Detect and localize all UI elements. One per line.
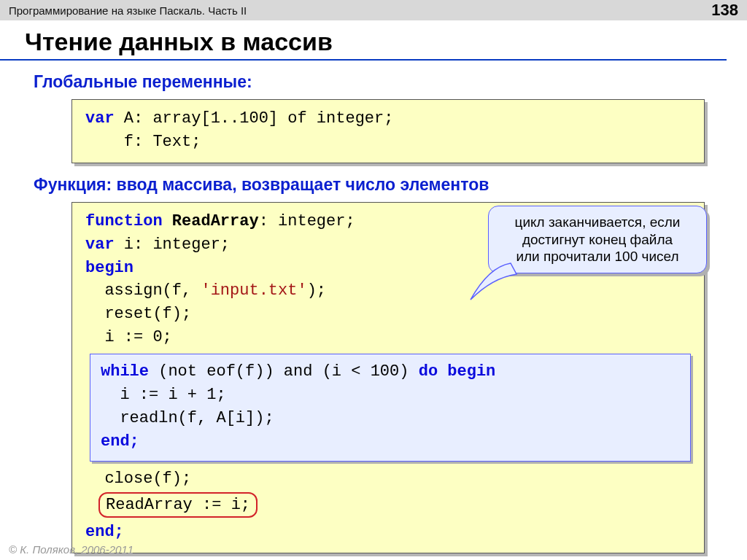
- course-title: Программирование на языке Паскаль. Часть…: [9, 4, 247, 17]
- callout-line: цикл заканчивается, если: [498, 214, 697, 231]
- callout-line: или прочитали 100 чисел: [498, 248, 697, 265]
- code-line: i := 0;: [85, 326, 691, 349]
- code-line: end;: [85, 521, 691, 544]
- copyright: © К. Поляков, 2006-2011: [9, 543, 133, 556]
- function-code-box: цикл заканчивается, если достигнут конец…: [71, 202, 705, 554]
- header-bar: Программирование на языке Паскаль. Часть…: [0, 0, 747, 20]
- subhead-globals: Глобальные переменные:: [34, 72, 727, 92]
- slide-title: Чтение данных в массив: [0, 20, 727, 61]
- code-line: var A: array[1..100] of integer;: [85, 107, 691, 131]
- subhead-function: Функция: ввод массива, возвращает число …: [34, 175, 727, 195]
- page-number: 138: [711, 1, 738, 20]
- code-line: i := i + 1;: [101, 384, 680, 407]
- callout-tail-icon: [467, 260, 518, 303]
- code-line: assign(f, 'input.txt');: [85, 279, 691, 303]
- slide-content: Глобальные переменные: var A: array[1..1…: [0, 61, 747, 553]
- result-highlight: ReadArray := i;: [98, 492, 258, 518]
- while-loop-box: while (not eof(f)) and (i < 100) do begi…: [90, 354, 691, 462]
- code-line: close(f);: [85, 467, 691, 491]
- code-line: reset(f);: [85, 303, 691, 326]
- code-line: end;: [101, 430, 680, 454]
- callout-line: достигнут конец файла: [498, 231, 697, 249]
- globals-code-box: var A: array[1..100] of integer; f: Text…: [71, 99, 705, 163]
- code-line: ReadArray := i;: [106, 496, 250, 514]
- code-line: while (not eof(f)) and (i < 100) do begi…: [101, 360, 680, 384]
- code-line: readln(f, A[i]);: [101, 407, 680, 430]
- code-line: f: Text;: [85, 131, 691, 154]
- callout-bubble: цикл заканчивается, если достигнут конец…: [488, 206, 707, 273]
